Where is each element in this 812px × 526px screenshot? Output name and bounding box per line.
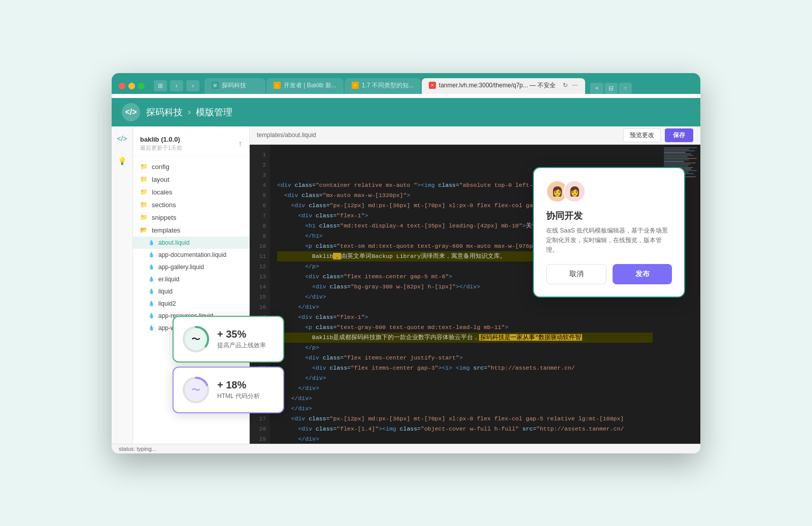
- stat-label: 提高产品上线效率: [217, 341, 266, 350]
- code-line: </div>: [277, 393, 653, 404]
- file-liquid-1[interactable]: 💧 liquid: [133, 285, 249, 298]
- status-bar: status: typing...: [112, 444, 700, 453]
- file-icon: 💧: [148, 325, 154, 331]
- editor-file-path: templates/about.liquid: [257, 132, 316, 139]
- file-name: liquid2: [158, 300, 176, 307]
- reload-icon[interactable]: ↻: [563, 82, 568, 89]
- code-line: </div>: [277, 302, 653, 312]
- stat-info-efficiency: + 35% 提高产品上线效率: [217, 328, 266, 350]
- folder-config[interactable]: 📁 config: [133, 160, 249, 173]
- app-logo: </>: [122, 103, 140, 121]
- code-line: <div class="flex-1">: [277, 312, 653, 322]
- tab-types[interactable]: ⚡ 1.7 不同类型的知...: [345, 78, 421, 94]
- file-icon: 💧: [148, 240, 154, 245]
- code-line: <div class="flex-[1.4]"><img class="obje…: [277, 424, 653, 434]
- more-icon[interactable]: ⋯: [572, 82, 578, 89]
- tab-label: 1.7 不同类型的知...: [362, 81, 414, 90]
- stat-card-html: 〜 + 18% HTML 代码分析: [173, 367, 284, 413]
- folder-open-icon: 📂: [140, 226, 148, 234]
- sidebar-icon-code[interactable]: </>: [115, 132, 129, 146]
- folder-name: templates: [152, 226, 180, 234]
- file-name: app-gallery.liquid: [158, 264, 204, 271]
- stat-circle-green: 〜: [182, 325, 210, 353]
- folder-icon: 📁: [140, 214, 148, 221]
- stat-info-html: + 18% HTML 代码分析: [217, 379, 260, 401]
- code-line: [277, 150, 653, 160]
- preview-button[interactable]: 预览更改: [623, 128, 661, 142]
- tab-label: 探码科技: [222, 81, 246, 90]
- tab-label: 开发者 | Baklib 新...: [284, 81, 336, 90]
- file-tree-header: baklib (1.0.0) 最后更新于1天前 ↑: [133, 132, 249, 156]
- publish-button[interactable]: 发布: [613, 264, 672, 284]
- breadcrumb-home[interactable]: 探码科技: [146, 106, 183, 118]
- folder-icon: 📁: [140, 201, 148, 208]
- folder-icon: 📁: [140, 188, 148, 195]
- stat-label: HTML 代码分析: [217, 392, 260, 401]
- minimize-button[interactable]: [128, 83, 135, 89]
- file-liquid-2[interactable]: 💧 liquid2: [133, 298, 249, 310]
- tab-tanmake[interactable]: 探 探码科技: [205, 78, 265, 94]
- code-line: </div>: [277, 373, 653, 383]
- share-icon[interactable]: ↑: [619, 83, 632, 94]
- maximize-button[interactable]: [138, 83, 145, 89]
- sidebar-toggle-icon[interactable]: ⊟: [604, 83, 618, 94]
- file-icon: 💧: [148, 288, 154, 294]
- folder-sections[interactable]: 📁 sections: [133, 199, 249, 211]
- breadcrumb-separator: ›: [188, 107, 191, 117]
- folder-locales[interactable]: 📁 locales: [133, 186, 249, 199]
- stat-percent: + 18%: [217, 379, 260, 391]
- browser-chrome: ⊞ ‹ › 探 探码科技 ⚡ 开发者 | Baklib 新... ⚡ 1.7 不…: [112, 73, 700, 94]
- file-app-gallery[interactable]: 💧 app-gallery.liquid: [133, 261, 249, 273]
- collab-actions: 取消 发布: [546, 264, 672, 284]
- project-info: baklib (1.0.0) 最后更新于1天前: [140, 136, 182, 152]
- stat-percent: + 35%: [217, 328, 266, 340]
- app-body: </> 探码科技 › 模版管理 </> 💡 baklib (1.0.0) 最后更…: [112, 98, 700, 453]
- file-app-documentation[interactable]: 💧 app-documentation.liquid: [133, 249, 249, 261]
- forward-button[interactable]: ›: [186, 80, 199, 91]
- folder-layout[interactable]: 📁 layout: [133, 173, 249, 186]
- folder-icon: 📁: [140, 176, 148, 183]
- close-button[interactable]: [119, 83, 125, 89]
- folder-templates[interactable]: 📂 templates: [133, 224, 249, 237]
- sidebar-icons: </> 💡: [112, 126, 133, 444]
- file-name: er.liquid: [158, 276, 179, 283]
- folder-icon: 📁: [140, 163, 148, 170]
- file-name: about.liquid: [158, 239, 189, 246]
- file-about-liquid[interactable]: 💧 about.liquid: [133, 237, 249, 249]
- folder-name: locales: [152, 188, 172, 196]
- tab-dev[interactable]: ⚡ 开发者 | Baklib 新...: [266, 78, 344, 94]
- browser-window: ⊞ ‹ › 探 探码科技 ⚡ 开发者 | Baklib 新... ⚡ 1.7 不…: [112, 73, 700, 453]
- back-button[interactable]: ‹: [170, 80, 183, 91]
- sidebar-icon-bulb[interactable]: 💡: [115, 154, 129, 168]
- folder-name: config: [152, 163, 170, 171]
- code-line: </div>: [277, 404, 653, 414]
- file-icon: 💧: [148, 301, 154, 306]
- stat-card-efficiency: 〜 + 35% 提高产品上线效率: [173, 316, 284, 363]
- cancel-button[interactable]: 取消: [546, 264, 606, 284]
- folder-name: snippets: [152, 214, 176, 221]
- file-icon: 💧: [148, 276, 154, 282]
- window-grid-icon[interactable]: ⊞: [154, 80, 167, 91]
- file-er-liquid[interactable]: 💧 er.liquid: [133, 273, 249, 285]
- folder-name: layout: [152, 176, 170, 183]
- logo-symbol: </>: [125, 108, 137, 117]
- code-line-19: Baklib是成都探码科技旗下的一款企业数字内容体验云平台，探码科技是一家从事"…: [277, 333, 653, 343]
- browser-controls: ⊞ ‹ › 探 探码科技 ⚡ 开发者 | Baklib 新... ⚡ 1.7 不…: [119, 78, 693, 94]
- collab-avatars: 👩 👩: [546, 180, 672, 203]
- status-text: status: typing...: [119, 446, 156, 452]
- folder-snippets[interactable]: 📁 snippets: [133, 211, 249, 224]
- code-line: </p>: [277, 343, 653, 353]
- code-line: </div>: [277, 434, 653, 444]
- editor-actions: 预览更改 保存: [623, 128, 693, 142]
- project-name: baklib (1.0.0): [140, 136, 182, 143]
- new-tab-button[interactable]: +: [590, 83, 603, 94]
- collab-dialog: 👩 👩 协同开发 在线 SaaS 低代码模板编辑器，基于业务场景定制化开发，实时…: [533, 167, 685, 298]
- upload-icon[interactable]: ↑: [238, 139, 242, 148]
- file-icon: 💧: [148, 264, 154, 270]
- code-line: <div class="px-[12px] md:px-[36px] mt-[7…: [277, 414, 653, 424]
- save-button[interactable]: 保存: [665, 128, 693, 142]
- browser-nav-buttons: ⊞ ‹ ›: [154, 80, 199, 91]
- file-icon: 💧: [148, 252, 154, 257]
- editor-tab-bar: templates/about.liquid 预览更改 保存: [250, 126, 700, 145]
- tab-tanmer[interactable]: ✕ tanmer.lvh.me:3000/theme/q7p... — 不安全 …: [422, 78, 585, 94]
